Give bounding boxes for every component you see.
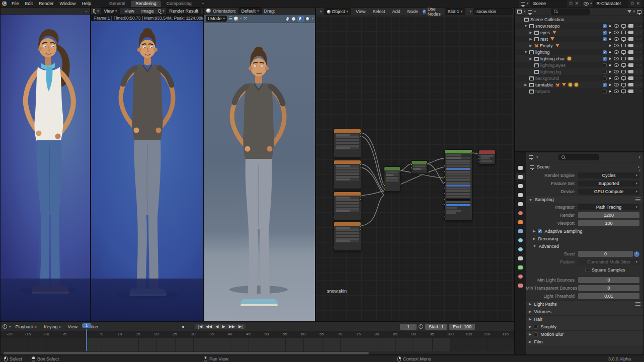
properties-tab-texture[interactable] (516, 282, 525, 289)
presets-icon[interactable] (635, 198, 640, 202)
timeline-channels[interactable] (1, 338, 514, 351)
workspace-tab-compositing[interactable]: Compositing (162, 1, 196, 7)
selectable-toggle-icon[interactable] (609, 24, 612, 28)
filter-settings-icon[interactable] (637, 10, 641, 14)
panel-adaptive-sampling[interactable]: ▶✓Adaptive Sampling (526, 227, 643, 235)
keying-menu[interactable]: Keying ▾ (41, 324, 63, 330)
hide-viewport-toggle-icon[interactable] (614, 83, 619, 86)
disable-render-toggle-icon[interactable] (628, 57, 633, 60)
shading-wireframe-button[interactable] (285, 17, 290, 21)
play-reverse-button[interactable]: ◀ (214, 324, 220, 329)
selectable-toggle-icon[interactable] (609, 31, 612, 34)
view-layer-name-field[interactable]: R-Character (593, 0, 628, 7)
mode-dropdown[interactable]: t Mode▾ (206, 16, 227, 22)
outliner-item-eyes[interactable]: ▶eyes✓○ ✓ (515, 29, 643, 36)
value-field[interactable]: Cycles (578, 172, 639, 178)
panel-checkbox[interactable]: ✓ (538, 229, 542, 233)
selectable-toggle-icon[interactable] (609, 44, 612, 47)
properties-tab-particles[interactable] (516, 237, 525, 243)
workspace-tab-rendering[interactable]: Rendering (131, 1, 161, 7)
image-texture-node[interactable] (334, 222, 361, 251)
exclude-checkbox[interactable] (603, 70, 607, 74)
disable-render-toggle-icon[interactable] (628, 50, 633, 54)
properties-tab-output[interactable] (516, 183, 525, 189)
menu-help[interactable]: Help (79, 1, 94, 7)
hide-viewport-toggle-icon[interactable] (614, 76, 619, 80)
pin-icon[interactable] (638, 166, 639, 168)
header-collapse-chevron-icon[interactable]: ⌄ (85, 9, 88, 13)
hide-viewport-toggle-icon[interactable] (614, 50, 619, 54)
selectable-toggle-icon[interactable] (609, 37, 612, 41)
current-frame-indicator[interactable]: 1 (82, 323, 91, 328)
exclude-checkbox[interactable]: ✓ (603, 37, 607, 41)
disable-render-toggle-icon[interactable] (628, 89, 633, 93)
filter-icon[interactable] (627, 10, 631, 13)
prev-keyframe-button[interactable]: ◀◀ (204, 324, 213, 329)
disable-render-toggle-icon[interactable] (628, 37, 633, 41)
disable-viewport-toggle-icon[interactable] (621, 76, 626, 80)
editor-type-image-icon[interactable] (93, 9, 95, 13)
editor-type-outliner-icon[interactable] (517, 10, 522, 14)
exclude-checkbox[interactable]: ✓ (603, 31, 607, 35)
disable-render-toggle-icon[interactable] (628, 24, 633, 28)
exclude-checkbox[interactable]: ✓ (603, 24, 607, 28)
panel-advanced[interactable]: ▼Advanced (526, 242, 643, 250)
properties-tab-tool[interactable] (516, 164, 525, 171)
panel-simplify[interactable]: ▶Simplify (526, 323, 643, 330)
disable-viewport-toggle-icon[interactable] (621, 70, 626, 73)
panel-expander-icon[interactable]: ▶ (529, 317, 531, 321)
exclude-checkbox[interactable] (603, 63, 607, 67)
node-node-menu[interactable]: Node (405, 9, 421, 15)
menu-window[interactable]: Window (57, 1, 78, 7)
panel-expander-icon[interactable]: ▶ (533, 237, 535, 241)
node-view-menu[interactable]: View (353, 9, 368, 15)
viewport-canvas[interactable] (204, 23, 315, 321)
value-field[interactable]: Correlated Multi-Jitter (578, 259, 639, 265)
jump-to-start-button[interactable]: |◀ (197, 324, 204, 329)
use-nodes-checkbox[interactable]: ✓ (423, 10, 426, 14)
panel-sampling[interactable]: ▼Sampling (526, 196, 643, 203)
animate-decorator-icon[interactable] (634, 251, 639, 257)
scene-name-field[interactable]: Scene (530, 0, 567, 7)
properties-tab-render[interactable] (516, 173, 525, 180)
panel-checkbox[interactable] (534, 332, 538, 336)
frame-end-field[interactable]: End100 (449, 324, 475, 330)
image-editor-image-menu[interactable]: Image (139, 8, 156, 14)
properties-tab-object[interactable] (516, 219, 525, 225)
node-canvas[interactable]: snow.skin (316, 16, 514, 321)
mix-node[interactable] (384, 166, 400, 192)
properties-tab-modifiers[interactable] (516, 228, 525, 234)
hide-viewport-toggle-icon[interactable] (614, 70, 619, 73)
selectable-toggle-icon[interactable] (609, 89, 612, 93)
disable-viewport-toggle-icon[interactable] (621, 50, 626, 54)
panel-checkbox[interactable] (534, 325, 538, 329)
node-select-menu[interactable]: Select (370, 9, 387, 15)
shading-solid-button[interactable] (291, 17, 296, 21)
disable-render-toggle-icon[interactable] (628, 44, 633, 47)
outliner-item-lighting-char[interactable]: ▶lighting.char✓○ ✓ (515, 55, 643, 62)
image-texture-node[interactable] (334, 129, 361, 158)
editor-type-properties-icon[interactable] (529, 155, 533, 159)
disable-render-toggle-icon[interactable] (628, 31, 633, 34)
orientation-dropdown[interactable]: Default▾ (238, 8, 262, 15)
disable-viewport-toggle-icon[interactable] (621, 57, 626, 60)
outliner-search-input[interactable] (551, 9, 590, 15)
value-field[interactable]: Path Tracing (578, 204, 639, 210)
blender-logo-icon[interactable] (2, 1, 7, 6)
panel-expander-icon[interactable]: ▶ (529, 325, 531, 329)
properties-search-input[interactable] (558, 154, 599, 160)
disable-render-toggle-icon[interactable] (628, 70, 633, 73)
properties-tab-view-layer[interactable] (516, 192, 525, 198)
outliner-item-lighting[interactable]: ▼lighting✓○ ✓ (515, 49, 643, 55)
playhead-line[interactable] (86, 329, 87, 351)
scene-selector[interactable]: ▾ Scene 🗋 ✕ (519, 0, 581, 8)
value-field[interactable]: 0 (578, 251, 633, 257)
hide-viewport-toggle-icon[interactable] (614, 44, 619, 47)
menu-render[interactable]: Render (36, 1, 56, 7)
shading-options-dropdown[interactable]: ▾ (311, 17, 313, 21)
workspace-tab-general[interactable]: General (105, 1, 130, 7)
properties-tab-physics[interactable] (516, 246, 525, 252)
value-field[interactable]: 0 (578, 277, 639, 283)
disable-viewport-toggle-icon[interactable] (621, 63, 626, 67)
frame-start-field[interactable]: Start1 (425, 324, 447, 330)
